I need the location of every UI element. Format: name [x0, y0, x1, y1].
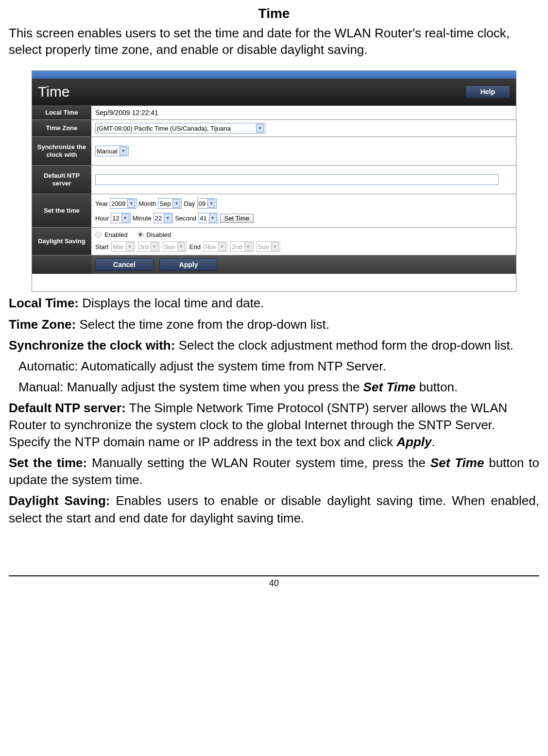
radio-disabled-label: Disabled — [147, 231, 171, 238]
chevron-down-icon: ▼ — [218, 242, 226, 251]
select-time-zone-text: (GMT-08:00) Pacific Time (US/Canada), Ti… — [97, 125, 231, 132]
select-sync-text: Manual — [97, 148, 118, 155]
label-set-time: Set the time — [32, 194, 91, 227]
select-end-week[interactable]: 2nd ▼ — [230, 241, 254, 252]
row-local-time: Local Time Sep/9/2009 12:22:41 — [32, 106, 516, 120]
label-hour: Hour — [95, 215, 109, 222]
label-time-zone: Time Zone — [32, 120, 91, 136]
set-time-button[interactable]: Set Time — [220, 214, 254, 223]
footer-buttons: Cancel Apply — [91, 255, 516, 274]
footer-row: Cancel Apply — [32, 255, 516, 274]
screenshot-time-panel: Time Help Local Time Sep/9/2009 12:22:41… — [32, 70, 516, 292]
row-sync: Synchronize the clock with Manual ▼ — [32, 137, 516, 166]
radio-enabled[interactable] — [95, 232, 102, 238]
label-year: Year — [95, 200, 108, 207]
select-hour-text: 12 — [112, 215, 119, 222]
document-title: Time — [9, 6, 539, 21]
value-daylight: Enabled Disabled Start Mar ▼ 3rd ▼ — [91, 228, 516, 255]
select-end-day-text: Sun — [258, 243, 269, 251]
row-set-time: Set the time Year 2009 ▼ Month Sep ▼ Day — [32, 194, 516, 228]
select-minute[interactable]: 22 ▼ — [154, 213, 173, 223]
input-ntp-server[interactable] — [95, 174, 498, 185]
value-local-time: Sep/9/2009 12:22:41 — [91, 106, 516, 120]
desc-sync: Synchronize the clock with: Select the c… — [9, 337, 539, 354]
panel-body: Local Time Sep/9/2009 12:22:41 Time Zone… — [32, 106, 516, 292]
select-start-month-text: Mar — [113, 243, 123, 251]
chevron-down-icon: ▼ — [121, 214, 129, 222]
label-ntp: Default NTP server — [32, 166, 91, 194]
desc-manual: Manual: Manually adjust the system time … — [9, 379, 539, 396]
radio-enabled-label: Enabled — [104, 231, 128, 238]
select-start-day[interactable]: Sun ▼ — [163, 241, 187, 252]
desc-time-zone: Time Zone: Select the time zone from the… — [9, 316, 539, 333]
window-titlebar — [32, 71, 516, 79]
label-minute: Minute — [133, 215, 152, 222]
select-end-week-text: 2nd — [232, 243, 242, 251]
panel-bottom-padding — [32, 274, 516, 291]
label-second: Second — [175, 215, 196, 222]
label-local-time: Local Time — [32, 106, 91, 120]
chevron-down-icon: ▼ — [126, 242, 134, 251]
value-ntp — [91, 166, 516, 194]
value-set-time: Year 2009 ▼ Month Sep ▼ Day 09 ▼ — [91, 194, 516, 227]
chevron-down-icon: ▼ — [151, 242, 158, 251]
select-end-month-text: Nov — [205, 243, 216, 251]
panel-title: Time — [38, 84, 70, 100]
desc-daylight: Daylight Saving: Enables users to enable… — [9, 492, 539, 526]
row-ntp: Default NTP server — [32, 166, 516, 194]
intro-paragraph: This screen enables users to set the tim… — [9, 25, 539, 58]
page-number: 40 — [269, 578, 279, 588]
row-daylight: Daylight Saving Enabled Disabled Start M… — [32, 228, 516, 255]
label-month: Month — [138, 200, 156, 207]
label-end: End — [189, 243, 201, 251]
select-day[interactable]: 09 ▼ — [197, 198, 217, 209]
select-second[interactable]: 41 ▼ — [198, 213, 218, 223]
page-footer: 40 — [9, 575, 539, 588]
chevron-down-icon: ▼ — [271, 242, 279, 251]
select-day-text: 09 — [199, 200, 206, 207]
chevron-down-icon: ▼ — [256, 124, 264, 133]
select-year[interactable]: 2009 ▼ — [110, 198, 137, 209]
select-hour[interactable]: 12 ▼ — [111, 213, 130, 223]
help-button[interactable]: Help — [465, 85, 510, 98]
chevron-down-icon: ▼ — [172, 199, 180, 208]
select-end-day[interactable]: Sun ▼ — [257, 241, 280, 252]
select-year-text: 2009 — [111, 200, 125, 207]
row-time-zone: Time Zone (GMT-08:00) Pacific Time (US/C… — [32, 120, 516, 137]
select-start-day-text: Sun — [164, 243, 175, 251]
panel-header: Time Help — [32, 79, 516, 106]
description-section: Local Time: Displays the local time and … — [9, 295, 539, 526]
chevron-down-icon: ▼ — [127, 199, 135, 208]
chevron-down-icon: ▼ — [120, 147, 127, 155]
cancel-button[interactable]: Cancel — [95, 258, 154, 271]
select-end-month[interactable]: Nov ▼ — [204, 241, 227, 252]
select-start-week-text: 3rd — [139, 243, 149, 251]
desc-local-time: Local Time: Displays the local time and … — [9, 295, 539, 312]
select-start-month[interactable]: Mar ▼ — [111, 241, 135, 252]
label-start: Start — [95, 243, 108, 251]
desc-ntp: Default NTP server: The Simple Network T… — [9, 400, 539, 451]
value-time-zone: (GMT-08:00) Pacific Time (US/Canada), Ti… — [91, 120, 516, 136]
footer-label-spacer — [32, 255, 91, 274]
desc-set-time: Set the time: Manually setting the WLAN … — [9, 454, 539, 488]
value-sync: Manual ▼ — [91, 137, 516, 165]
chevron-down-icon: ▼ — [209, 214, 217, 222]
chevron-down-icon: ▼ — [164, 214, 171, 222]
chevron-down-icon: ▼ — [244, 242, 252, 251]
select-time-zone[interactable]: (GMT-08:00) Pacific Time (US/Canada), Ti… — [95, 123, 265, 134]
select-month[interactable]: Sep ▼ — [158, 198, 182, 209]
chevron-down-icon: ▼ — [207, 199, 215, 208]
label-daylight: Daylight Saving — [32, 228, 91, 255]
select-second-text: 41 — [200, 215, 206, 222]
label-day: Day — [184, 200, 195, 207]
desc-automatic: Automatic: Automatically adjust the syst… — [9, 358, 539, 375]
select-start-week[interactable]: 3rd ▼ — [138, 241, 160, 252]
chevron-down-icon: ▼ — [177, 242, 185, 251]
select-month-text: Sep — [159, 200, 171, 207]
select-sync[interactable]: Manual ▼ — [95, 146, 129, 156]
apply-button[interactable]: Apply — [159, 258, 218, 271]
radio-disabled[interactable] — [137, 232, 144, 238]
label-sync: Synchronize the clock with — [32, 137, 91, 165]
select-minute-text: 22 — [155, 215, 162, 222]
